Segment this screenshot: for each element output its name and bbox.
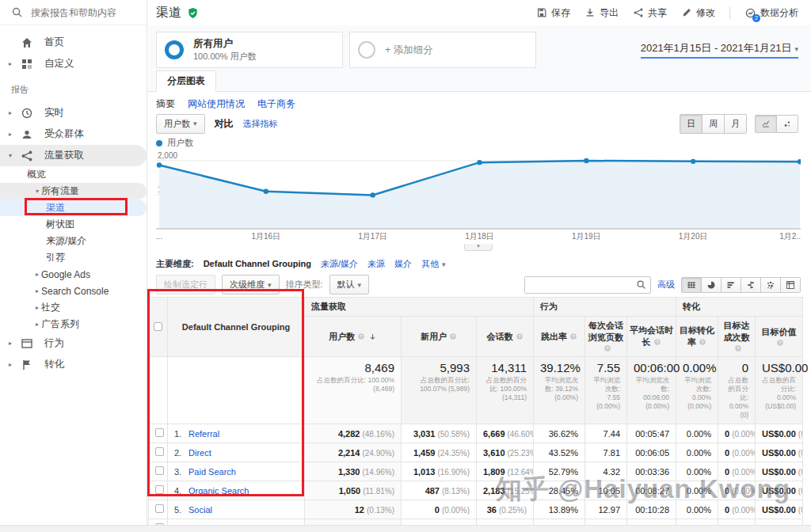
help-icon[interactable]: ?: [653, 338, 661, 346]
column-header-goal-value[interactable]: 目标价值?: [756, 317, 803, 357]
edit-button[interactable]: 修改: [681, 6, 715, 20]
column-header-users[interactable]: 用户数?: [305, 317, 402, 357]
tab-explorer[interactable]: 分层图表: [156, 70, 216, 92]
sidebar-item-all-traffic[interactable]: ▾所有流量: [0, 183, 147, 200]
empty-segment-ring-icon: [358, 41, 375, 59]
column-header-dimension[interactable]: Default Channel Grouping: [168, 298, 305, 357]
granularity-day-button[interactable]: 日: [680, 114, 702, 134]
chart-point[interactable]: [370, 192, 375, 197]
row-checkbox[interactable]: [155, 428, 164, 437]
channel-link[interactable]: Social: [188, 505, 212, 515]
row-checkbox[interactable]: [155, 485, 164, 494]
sidebar-item-realtime[interactable]: ▸实时: [0, 102, 147, 124]
column-header-new-users[interactable]: 新用户?: [402, 317, 477, 357]
sidebar-item-customization[interactable]: ▸自定义: [0, 53, 147, 74]
help-icon[interactable]: ?: [603, 344, 611, 352]
sidebar-item-overview[interactable]: 概览: [0, 166, 147, 183]
row-checkbox[interactable]: [155, 466, 164, 475]
channel-link[interactable]: Organic Search: [188, 486, 249, 496]
sidebar-item-conversions[interactable]: ▸转化: [0, 354, 147, 375]
chart-point[interactable]: [691, 159, 695, 164]
granularity-week-button[interactable]: 周: [702, 114, 725, 134]
metric-selector[interactable]: 用户数▾: [156, 114, 205, 134]
segment-all-users[interactable]: 所有用户 100.00% 用户数: [156, 32, 343, 68]
table-search-input[interactable]: [525, 277, 632, 293]
sidebar-item-audience[interactable]: ▸受众群体: [0, 124, 147, 145]
sidebar-item-search-console[interactable]: ▸Search Console: [0, 283, 147, 299]
view-performance-button[interactable]: [721, 277, 741, 293]
dimension-default-channel-grouping[interactable]: Default Channel Grouping: [204, 259, 311, 268]
granularity-month-button[interactable]: 月: [724, 114, 747, 134]
column-header-sessions[interactable]: 会话数?: [477, 317, 534, 357]
insights-label: 数据分析: [760, 6, 798, 20]
column-header-goal-conv-rate[interactable]: 目标转化率?: [676, 317, 718, 357]
sidebar-item-acquisition[interactable]: ▾流量获取: [0, 145, 147, 166]
channel-link[interactable]: Direct: [188, 448, 211, 458]
view-percentage-button[interactable]: [701, 277, 722, 293]
chart-point[interactable]: [157, 162, 162, 167]
date-range-selector[interactable]: 2021年1月15日 - 2021年1月21日▾: [641, 41, 798, 59]
share-button[interactable]: 共享: [633, 6, 667, 20]
sort-type-button[interactable]: 默认▾: [329, 275, 370, 294]
sidebar-item-channels[interactable]: 渠道: [0, 200, 147, 216]
row-checkbox[interactable]: [155, 504, 164, 513]
add-segment-button[interactable]: + 添加细分: [349, 32, 536, 68]
export-button[interactable]: 导出: [584, 6, 619, 20]
view-pivot-button[interactable]: [780, 277, 801, 293]
sidebar-item-referrals[interactable]: 引荐: [0, 249, 147, 266]
secondary-dimension-button[interactable]: 次级维度▾: [222, 275, 280, 294]
help-icon[interactable]: ?: [357, 332, 365, 340]
timeline-toggle-handle[interactable]: ▼: [464, 244, 493, 251]
column-header-goal-completions[interactable]: 目标达成次数?: [718, 317, 756, 357]
select-metric-link[interactable]: 选择指标: [243, 118, 278, 130]
sidebar-item-source-medium[interactable]: 来源/媒介: [0, 233, 147, 249]
sidebar-item-treemaps[interactable]: 树状图: [0, 216, 147, 233]
sidebar-item-social[interactable]: ▸社交: [0, 299, 147, 316]
header-actions: 保存 导出 共享 修改 2 数据分析: [536, 6, 798, 20]
cell-bounce-rate: 36.62%: [534, 424, 585, 443]
sidebar-item-label: 概览: [27, 168, 46, 181]
sidebar-section-reports: 报告: [0, 74, 147, 102]
report-link-summary[interactable]: 摘要: [156, 97, 175, 105]
column-header-pages-session[interactable]: 每次会话浏览页数?: [585, 317, 627, 357]
help-icon[interactable]: ?: [516, 332, 524, 340]
search-input[interactable]: [31, 7, 134, 18]
advanced-filter-link[interactable]: 高级: [657, 279, 675, 291]
dimension-source-medium[interactable]: 来源/媒介: [321, 258, 358, 270]
save-button[interactable]: 保存: [536, 6, 570, 20]
sidebar-item-home[interactable]: 首页: [0, 32, 147, 53]
help-icon[interactable]: ?: [449, 332, 457, 340]
dimension-source[interactable]: 来源: [367, 258, 385, 270]
table-search-icon[interactable]: [636, 279, 646, 290]
chart-point[interactable]: [584, 158, 588, 163]
dimension-medium[interactable]: 媒介: [394, 258, 412, 270]
help-icon[interactable]: ?: [776, 339, 784, 347]
insights-button[interactable]: 2 数据分析: [744, 6, 798, 20]
help-icon[interactable]: ?: [734, 344, 742, 352]
channels-table: Default Channel Grouping 流量获取 行为 转化 用户数?…: [148, 297, 803, 532]
channel-link[interactable]: Paid Search: [188, 467, 236, 477]
row-checkbox[interactable]: [155, 447, 164, 456]
help-icon[interactable]: ?: [569, 332, 577, 340]
line-chart-type-button[interactable]: [755, 115, 777, 133]
sidebar-item-google-ads[interactable]: ▸Google Ads: [0, 266, 147, 283]
sidebar-search[interactable]: [0, 0, 147, 25]
dimension-other[interactable]: 其他▾: [421, 258, 446, 270]
report-link-site-usage[interactable]: 网站使用情况: [188, 97, 245, 105]
select-all-checkbox[interactable]: [154, 322, 162, 331]
sidebar-item-campaigns[interactable]: ▸广告系列: [0, 316, 147, 332]
column-header-bounce-rate[interactable]: 跳出率?: [534, 317, 585, 357]
help-icon[interactable]: ?: [699, 338, 706, 346]
column-header-avg-duration[interactable]: 平均会话时长?: [627, 317, 676, 357]
report-link-ecommerce[interactable]: 电子商务: [257, 97, 295, 105]
motion-chart-type-button[interactable]: [776, 115, 798, 133]
chart-point[interactable]: [264, 188, 268, 193]
chart-point[interactable]: [477, 160, 482, 165]
table-search: [524, 276, 651, 294]
view-table-button[interactable]: [681, 277, 702, 293]
view-comparison-button[interactable]: [741, 277, 761, 293]
view-term-cloud-button[interactable]: [760, 277, 781, 293]
channel-link[interactable]: Referral: [188, 429, 219, 439]
sidebar-item-behavior[interactable]: ▸行为: [0, 332, 147, 354]
table-row-referral: 1.Referral4,282(48.16%)3,031(50.58%)6,66…: [149, 424, 803, 443]
